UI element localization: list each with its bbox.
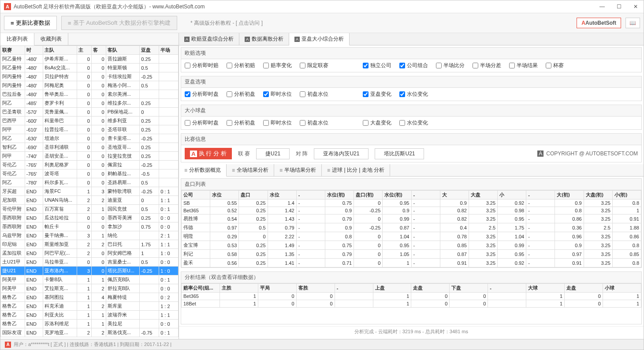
match-row[interactable]: 阿乙曼特-480'伊希库斯...00晋拉蹦斯0.25 <box>1 55 179 64</box>
match-row[interactable]: 阿美甲END艾拉斯克...12舒拉克B队0 : 0 <box>1 284 179 293</box>
checkbox-input[interactable] <box>263 120 269 126</box>
result-row[interactable]: Bet365100100101 <box>182 293 641 300</box>
checkbox-水位变化[interactable]: 水位变化 <box>399 90 428 98</box>
odds-header[interactable]: 小(初) <box>612 191 641 199</box>
match-row[interactable]: 哥伦乙-765'波哥塔00鹈帕基拉...-0.5 <box>1 169 179 178</box>
result-header[interactable]: 客胜 <box>296 284 335 293</box>
checkbox-分析即时赔[interactable]: 分析即时赔 <box>185 62 219 69</box>
subtab-fulltime[interactable]: ≡全场结果分析 <box>227 164 274 176</box>
checkbox-input[interactable] <box>227 91 232 97</box>
odds-header[interactable]: 水位 <box>268 191 296 199</box>
checkbox-input[interactable] <box>227 63 232 68</box>
match-row[interactable]: 阿乙-630'坦迪尔00查卡里塔...-0.25 <box>1 134 179 143</box>
odds-header[interactable]: - <box>411 191 440 199</box>
subtab-halftime[interactable]: ≡半场结果分析 <box>274 164 322 176</box>
odds-header[interactable]: 水位(初) <box>325 191 354 199</box>
checkbox-初盘水位[interactable]: 初盘水位 <box>300 90 328 98</box>
update-matches-button[interactable]: ≡更新比赛数据 <box>4 16 57 30</box>
match-header[interactable]: 主 <box>77 46 92 55</box>
run-analysis-button[interactable]: A执 行 分 析 <box>185 148 232 159</box>
checkbox-亚盘变化[interactable]: 亚盘变化 <box>363 90 391 98</box>
tab-favorite-list[interactable]: 收藏列表 <box>34 33 68 45</box>
odds-row[interactable]: 金宝博0.530.251.49-0.7500.95-0.853.250.99-0… <box>182 241 641 250</box>
checkbox-半场分差[interactable]: 半场分差 <box>473 62 501 69</box>
rtab-dispersion[interactable]: A数据离散分析 <box>239 33 289 45</box>
match-row[interactable]: 智利乙-690'圣菲利浦联00圣地亚哥...0.25 <box>1 143 179 152</box>
checkbox-input[interactable] <box>263 91 269 97</box>
close-button[interactable]: ✕ <box>631 2 640 11</box>
match-row[interactable]: 格鲁乙END基阿图拉14梅夏特堤0 : 2 <box>1 293 179 302</box>
match-row[interactable]: 牙买超END海景FC13蒙特歌湾联-0.250 : 1 <box>1 187 179 196</box>
checkbox-分析初盘[interactable]: 分析初盘 <box>227 119 255 127</box>
checkbox-input[interactable] <box>473 63 478 68</box>
match-row[interactable]: 格鲁乙END苏洛利维尼11美拉尼0 : 0 <box>1 320 179 328</box>
odds-header[interactable]: 大盘 <box>469 191 497 199</box>
subtab-goals[interactable]: ≡进球 | 比分 | 走地 分析 <box>322 164 390 176</box>
result-header[interactable]: 下盘 <box>450 284 488 293</box>
odds-row[interactable]: 明陞0.2902.22-0.801.04-0.783.251.04-0.963.… <box>182 232 641 241</box>
checkbox-input[interactable] <box>509 63 515 68</box>
match-row[interactable]: 土U21甲END马拉蒂亚...00吉里桑士...0.50 : 0 <box>1 258 179 267</box>
checkbox-input[interactable] <box>300 63 305 68</box>
odds-header[interactable]: 公司 <box>182 191 210 199</box>
result-header[interactable]: 大球 <box>526 284 565 293</box>
match-row[interactable]: 阿丙曼特-480'阿梅尼奥00梅洛小阿...0.5 <box>1 81 179 90</box>
rtab-euro-asia[interactable]: A欧赔亚盘综合分析 <box>179 33 239 45</box>
checkbox-input[interactable] <box>185 63 190 68</box>
checkbox-杯赛[interactable]: 杯赛 <box>546 62 564 69</box>
result-header[interactable]: 平局 <box>258 284 296 293</box>
result-row[interactable]: 18Bet100100101 <box>182 300 641 308</box>
odds-header[interactable]: 水位 <box>210 191 239 199</box>
odds-header[interactable]: 大盘(初) <box>584 191 612 199</box>
result-header[interactable]: 上盘 <box>373 284 411 293</box>
match-row[interactable]: 阿美甲END卡磐B队11佩历克B队0 : 1 <box>1 275 179 284</box>
checkbox-水位变化[interactable]: 水位变化 <box>399 119 428 127</box>
checkbox-input[interactable] <box>363 120 369 126</box>
match-row[interactable]: 尼加联ENDUNAN马纳...22迪里亚01 : 1 <box>1 196 179 205</box>
checkbox-input[interactable] <box>263 63 269 68</box>
match-header[interactable]: 联赛 <box>1 46 25 55</box>
checkbox-input[interactable] <box>363 63 369 68</box>
result-header[interactable]: 主胜 <box>220 284 258 293</box>
odds-row[interactable]: 伟德0.970.50.79-0.9-0.250.87-0.42.51.75-0.… <box>182 223 641 232</box>
match-row[interactable]: 阿乙-780'科尔多瓦...00圣路易斯...0.5 <box>1 178 179 187</box>
maximize-button[interactable]: ☐ <box>614 2 623 11</box>
match-header[interactable]: 半场 <box>159 46 179 55</box>
result-header[interactable]: 赔率公司(组... <box>182 284 220 293</box>
odds-row[interactable]: SB0.550.251.4-0.7500.95-0.93.250.92-0.93… <box>182 199 641 207</box>
match-row[interactable]: 巴拉后备-480'鲁毕奥后...00素尔美洲... <box>1 90 179 99</box>
checkbox-input[interactable] <box>399 63 405 68</box>
minimize-button[interactable]: — <box>598 2 607 11</box>
checkbox-半场结果[interactable]: 半场结果 <box>509 62 538 69</box>
match-row[interactable]: 巴西甲-600'科里蒂巴00维多利亚0.25 <box>1 117 179 125</box>
match-row[interactable]: 哥伦乙-765'利奥尼格罗00佩雷拉-0.25 <box>1 161 179 169</box>
match-row[interactable]: 阿丙曼特-480'贝拉萨特吉00卡纽埃拉斯-0.25 <box>1 72 179 81</box>
match-header[interactable]: 主队 <box>43 46 77 55</box>
checkbox-即时水位[interactable]: 即时水位 <box>263 90 292 98</box>
checkbox-input[interactable] <box>399 91 405 97</box>
result-header[interactable]: 小球 <box>603 284 641 293</box>
match-row[interactable]: 国际友谊END克罗地亚...22斯洛伐克...-0.750 : 1 <box>1 328 179 337</box>
match-row[interactable]: 墨西联附END帕丘卡00拿加沙0.750 : 0 <box>1 222 179 231</box>
match-row[interactable]: 格鲁乙END利亚夫比11波瑞乔米1 : 1 <box>1 311 179 320</box>
book-icon[interactable]: 📖 <box>625 18 640 28</box>
odds-row[interactable]: 盈禾0.560.251.41-0.7101-0.913.250.92-0.913… <box>182 259 641 267</box>
odds-row[interactable]: 利记0.580.251.35-0.7901.05-0.873.250.95-0.… <box>182 250 641 259</box>
match-row[interactable]: 哥伦甲附END百万富翁21国民竞技0.50 : 1 <box>1 205 179 214</box>
checkbox-分析初赔[interactable]: 分析初赔 <box>227 62 255 69</box>
match-row[interactable]: 墨西联附END瓜达拉哈拉00墨西哥美洲0.250 : 0 <box>1 214 179 222</box>
match-row[interactable]: 阿乙-485'赛罗卡利00维拉多尔...0.25 <box>1 99 179 108</box>
match-row[interactable]: 乌兹甲附END曼干纳弗...31纳伦2 : 1 <box>1 231 179 240</box>
match-row[interactable]: 阿乙曼特-480'BsAs交流...00特里斯顿0.5 <box>1 64 179 72</box>
checkbox-input[interactable] <box>185 91 190 97</box>
match-row[interactable]: 格鲁乙END科克禾迪12斯库里1 : 2 <box>1 302 179 311</box>
checkbox-分析即时盘[interactable]: 分析即时盘 <box>185 90 219 98</box>
checkbox-input[interactable] <box>363 91 369 97</box>
result-header[interactable]: - <box>335 284 373 293</box>
match-row[interactable]: 阿甲-740'圣胡安圣...00拉斐拉竞技0.25 <box>1 152 179 161</box>
result-header[interactable]: 走盘 <box>411 284 450 293</box>
checkbox-赔率变化[interactable]: 赔率变化 <box>263 62 292 69</box>
result-header[interactable]: 走盘 <box>565 284 603 293</box>
rtab-asia-ou[interactable]: A亚盘大小综合分析 <box>289 33 350 45</box>
checkbox-分析即时盘[interactable]: 分析即时盘 <box>185 119 219 127</box>
